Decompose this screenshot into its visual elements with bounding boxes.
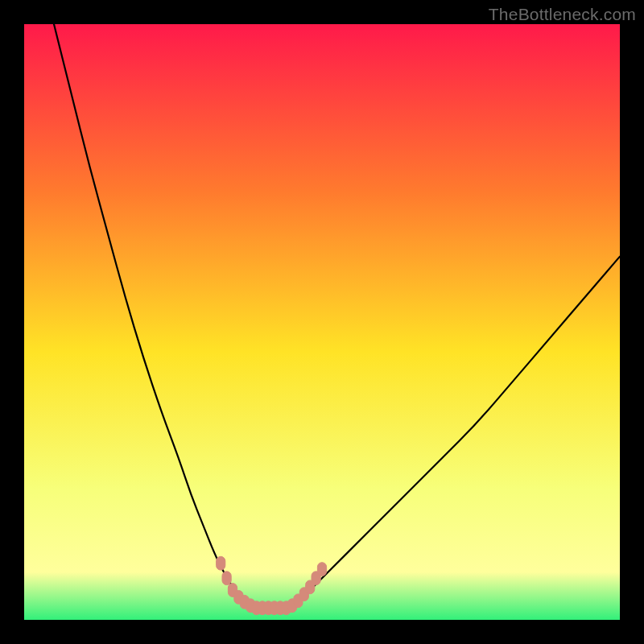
watermark-text: TheBottleneck.com [489,5,636,24]
bottleneck-marker [222,572,231,585]
gradient-background [24,24,620,620]
chart-svg [24,24,620,620]
chart-plot [24,24,620,620]
bottleneck-marker [317,563,326,576]
chart-frame: TheBottleneck.com [0,0,644,644]
bottleneck-marker [217,556,225,570]
